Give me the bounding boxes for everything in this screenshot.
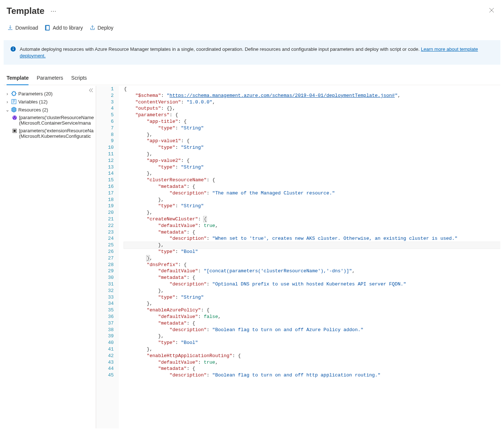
code-line: }, (124, 242, 500, 249)
download-button[interactable]: Download (7, 25, 38, 31)
line-number: 6 (96, 118, 114, 125)
line-number: 26 (96, 249, 114, 255)
tree-node-icon (11, 91, 17, 96)
line-number: 23 (96, 229, 114, 236)
line-number: 24 (96, 235, 114, 242)
code-line: "enableAzurePolicy": { (124, 307, 500, 314)
line-number: 41 (96, 346, 114, 353)
line-number: 30 (96, 274, 114, 281)
tree-child-line1: [parameters('clusterResourceName (19, 115, 94, 120)
line-number: 22 (96, 223, 114, 229)
code-line: { (124, 86, 500, 92)
code-line: }, (124, 197, 500, 203)
line-number: 3 (96, 99, 114, 106)
code-line: "type": "String" (124, 164, 500, 171)
line-number: 20 (96, 209, 114, 216)
line-number: 44 (96, 365, 114, 372)
tree-item-label: Parameters (20) (18, 91, 53, 96)
code-line: "metadata": { (124, 365, 500, 372)
close-icon[interactable] (486, 6, 497, 16)
deploy-label: Deploy (98, 25, 114, 31)
chevron-down-icon[interactable]: ⌄ (5, 107, 10, 113)
line-number: 37 (96, 320, 114, 327)
tree-item[interactable]: ⌄Resources (2) (5, 106, 94, 114)
line-number: 12 (96, 158, 114, 164)
tab-template[interactable]: Template (7, 71, 29, 85)
svg-point-6 (12, 115, 17, 120)
collapse-tree-icon[interactable] (88, 88, 94, 94)
line-number: 42 (96, 353, 114, 359)
tree-child-item[interactable]: [parameters('clusterResourceName(Microso… (12, 114, 94, 127)
line-number: 18 (96, 197, 114, 203)
info-banner: Automate deploying resources with Azure … (4, 40, 500, 65)
code-line: }, (124, 288, 500, 294)
code-line: "dnsPrefix": { (124, 262, 500, 268)
tab-scripts[interactable]: Scripts (71, 71, 87, 85)
code-line: "defaultValue": true, (124, 359, 500, 366)
svg-point-9 (14, 118, 15, 119)
line-number: 11 (96, 151, 114, 158)
tree-child-line1: [parameters('extensionResourceNa (19, 128, 94, 133)
code-line: "type": "String" (124, 125, 500, 132)
line-number: 27 (96, 255, 114, 262)
code-line: "createNewCluster": { (124, 216, 500, 223)
svg-rect-11 (14, 130, 16, 132)
code-line: "description": "Boolean flag to turn on … (124, 372, 500, 379)
code-line: "type": "Bool" (124, 249, 500, 255)
tree-panel: ›Parameters (20)›Variables (12)⌄Resource… (4, 86, 96, 428)
line-number: 15 (96, 177, 114, 183)
code-line: "clusterResourceName": { (124, 177, 500, 183)
tree-item-label: Resources (2) (18, 107, 48, 113)
code-line: "defaultValue": "[concat(parameters('clu… (124, 268, 500, 274)
svg-rect-2 (13, 49, 14, 50)
deploy-button[interactable]: Deploy (90, 25, 114, 31)
tab-parameters[interactable]: Parameters (37, 71, 63, 85)
line-number: 17 (96, 190, 114, 197)
svg-point-7 (13, 117, 14, 117)
line-number: 7 (96, 125, 114, 132)
line-number: 4 (96, 105, 114, 112)
more-menu-icon[interactable]: ⋯ (50, 8, 57, 15)
line-number: 31 (96, 281, 114, 288)
code-line: "enableHttpApplicationRouting": { (124, 353, 500, 359)
code-line: "type": "String" (124, 203, 500, 209)
code-line: "type": "Bool" (124, 340, 500, 346)
line-number: 19 (96, 203, 114, 209)
add-library-button[interactable]: Add to library (45, 25, 83, 31)
tree-node-icon (12, 128, 18, 134)
line-number: 16 (96, 183, 114, 190)
line-number: 28 (96, 262, 114, 268)
tree-node-icon (11, 99, 17, 105)
line-number: 35 (96, 307, 114, 314)
line-number: 1 (96, 86, 114, 92)
line-number: 14 (96, 170, 114, 177)
code-area[interactable]: { "$schema": "https://schema.management.… (119, 86, 500, 428)
tree-item[interactable]: ›Variables (12) (5, 98, 94, 106)
line-number: 32 (96, 288, 114, 294)
chevron-right-icon[interactable]: › (5, 91, 10, 96)
line-number: 45 (96, 372, 114, 379)
code-line: }, (124, 346, 500, 353)
code-line: }, (124, 209, 500, 216)
code-line: "app-title": { (124, 118, 500, 125)
svg-point-3 (13, 47, 14, 48)
line-number: 2 (96, 92, 114, 99)
code-line: "defaultValue": false, (124, 314, 500, 320)
line-number: 33 (96, 294, 114, 301)
code-line: "metadata": { (124, 229, 500, 236)
tree-child-item[interactable]: [parameters('extensionResourceNa(Microso… (12, 127, 94, 140)
code-line: "metadata": { (124, 320, 500, 327)
code-line: "type": "String" (124, 144, 500, 151)
line-number: 40 (96, 340, 114, 346)
code-editor[interactable]: 1234567891011121314151617181920212223242… (96, 86, 500, 428)
code-line: "metadata": { (124, 183, 500, 190)
tree-item[interactable]: ›Parameters (20) (5, 90, 94, 98)
code-line: "type": "String" (124, 294, 500, 301)
code-line: "app-value2": { (124, 158, 500, 164)
code-line: "$schema": "https://schema.management.az… (124, 92, 500, 99)
code-line: }, (124, 255, 500, 262)
code-line: }, (124, 300, 500, 307)
chevron-right-icon[interactable]: › (5, 99, 10, 105)
code-line: "description": "Boolean flag to turn on … (124, 327, 500, 333)
code-line: "description": "Optional DNS prefix to u… (124, 281, 500, 288)
